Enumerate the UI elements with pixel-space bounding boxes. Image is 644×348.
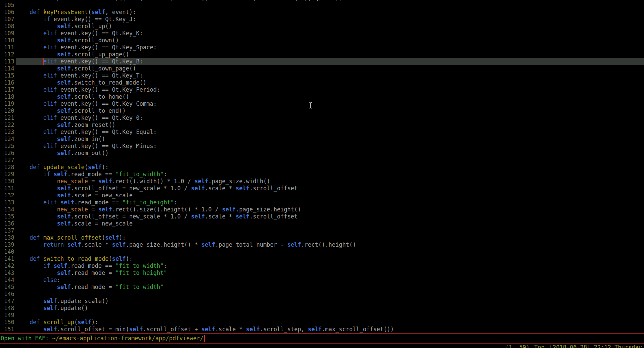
code-line-144[interactable]: 144 else: xyxy=(0,277,644,284)
code-line-116[interactable]: 116 self.switch_to_read_mode() xyxy=(0,79,644,86)
code-text: self.scroll_offset = min(self.scroll_off… xyxy=(16,326,644,333)
line-number: 132 xyxy=(0,192,16,199)
code-line-111[interactable]: 111 elif event.key() == Qt.Key_Space: xyxy=(0,44,644,51)
code-text: def scroll_up(self): xyxy=(16,319,644,326)
line-number: 113 xyxy=(0,58,16,65)
code-line-128[interactable]: 128 def update_scale(self): xyxy=(0,164,644,171)
code-text: elif event.key() == Qt.Key_Comma: xyxy=(16,100,644,107)
line-number: 136 xyxy=(0,220,16,227)
code-line-129[interactable]: 129 if self.read_mode == "fit_to_width": xyxy=(0,171,644,178)
code-line-118[interactable]: 118 self.scroll_to_home() xyxy=(0,93,644,100)
tray-buffer-position: Top xyxy=(534,344,545,348)
code-line-107[interactable]: 107 if event.key() == Qt.Key_J: xyxy=(0,16,644,23)
line-number: 118 xyxy=(0,93,16,100)
line-number: 109 xyxy=(0,30,16,37)
code-line-105[interactable]: 105 xyxy=(0,2,644,9)
code-line-126[interactable]: 126 self.zoom_out() xyxy=(0,150,644,157)
code-line-106[interactable]: 106 def keyPressEvent(self, event): xyxy=(0,9,644,16)
code-text: def switch_to_read_mode(self): xyxy=(16,255,644,262)
code-line-114[interactable]: 114 self.scroll_down_page() xyxy=(0,65,644,72)
code-line-141[interactable]: 141 def switch_to_read_mode(self): xyxy=(0,255,644,262)
code-line-131[interactable]: 131 self.scroll_offset = new_scale * 1.0… xyxy=(0,185,644,192)
code-text: self.update_scale() xyxy=(16,298,644,305)
text-cursor xyxy=(43,58,44,65)
code-line-110[interactable]: 110 self.scroll_down() xyxy=(0,37,644,44)
line-number: 117 xyxy=(0,86,16,93)
code-line-134[interactable]: 134 new_scale = self.rect().size().heigh… xyxy=(0,206,644,213)
code-line-123[interactable]: 123 elif event.key() == Qt.Key_Equal: xyxy=(0,129,644,136)
code-text: self.scroll_to_end() xyxy=(16,107,644,114)
code-line-117[interactable]: 117 elif event.key() == Qt.Key_Period: xyxy=(0,86,644,93)
line-number: 133 xyxy=(0,199,16,206)
code-line-115[interactable]: 115 elif event.key() == Qt.Key_T: xyxy=(0,72,644,79)
line-number: 128 xyxy=(0,164,16,171)
line-number: 145 xyxy=(0,284,16,291)
code-line-109[interactable]: 109 elif event.key() == Qt.Key_K: xyxy=(0,30,644,37)
code-line-125[interactable]: 125 elif event.key() == Qt.Key_Minus: xyxy=(0,143,644,150)
code-text xyxy=(16,2,644,9)
code-text: if self.read_mode == "fit_to_width": xyxy=(16,171,644,178)
code-text xyxy=(16,157,644,164)
code-text: self.switch_to_read_mode() xyxy=(16,79,644,86)
echo-area-separator xyxy=(0,343,644,344)
code-line-143[interactable]: 143 self.read_mode = "fit_to_height" xyxy=(0,269,644,277)
code-text: self.read_mode = "fit_to_width" xyxy=(16,284,644,291)
line-number: 144 xyxy=(0,277,16,284)
code-line-136[interactable]: 136 self.scale = new_scale xyxy=(0,220,644,227)
line-number: 112 xyxy=(0,51,16,58)
line-number: 123 xyxy=(0,129,16,136)
code-line-130[interactable]: 130 new_scale = self.rect().width() * 1.… xyxy=(0,178,644,185)
code-text: return self.scale * self.page_size.heigh… xyxy=(16,241,644,248)
code-text: self.zoom_reset() xyxy=(16,121,644,129)
code-line-151[interactable]: 151 self.scroll_offset = min(self.scroll… xyxy=(0,326,644,333)
code-text: self.scroll_down_page() xyxy=(16,65,644,72)
minibuffer[interactable]: Open with EAF: ~/emacs-application-frame… xyxy=(0,334,644,343)
code-text: self.scroll_up() xyxy=(16,23,644,30)
minibuffer-cursor xyxy=(204,335,205,342)
line-number: 127 xyxy=(0,157,16,164)
code-line-135[interactable]: 135 self.scroll_offset = new_scale * 1.0… xyxy=(0,213,644,220)
code-line-147[interactable]: 147 self.update_scale() xyxy=(0,298,644,305)
code-line-146[interactable]: 146 xyxy=(0,291,644,298)
minibuffer-input[interactable]: ~/emacs-application-framework/app/pdfvie… xyxy=(52,335,203,342)
code-line-120[interactable]: 120 self.scroll_to_end() xyxy=(0,107,644,114)
code-line-121[interactable]: 121 elif event.key() == Qt.Key_0: xyxy=(0,114,644,121)
code-text: self.zoom_in() xyxy=(16,136,644,143)
code-line-137[interactable]: 137 xyxy=(0,227,644,234)
line-number: 143 xyxy=(0,269,16,277)
code-line-122[interactable]: 122 self.zoom_reset() xyxy=(0,121,644,129)
code-line-140[interactable]: 140 xyxy=(0,248,644,255)
code-text: self.scale = new_scale xyxy=(16,220,644,227)
code-editor[interactable]: 104 painter.drawPixmap(QRect(render_x, r… xyxy=(0,0,644,333)
line-number: 134 xyxy=(0,206,16,213)
code-line-113[interactable]: 113 elif event.key() == Qt.Key_B: xyxy=(0,58,644,65)
line-number: 110 xyxy=(0,37,16,44)
code-line-108[interactable]: 108 self.scroll_up() xyxy=(0,23,644,30)
code-line-124[interactable]: 124 self.zoom_in() xyxy=(0,136,644,143)
tray-cursor-position: (1, 59) xyxy=(505,344,530,348)
code-line-132[interactable]: 132 self.scale = new_scale xyxy=(0,192,644,199)
code-text xyxy=(16,291,644,298)
code-line-133[interactable]: 133 elif self.read_mode == "fit_to_heigh… xyxy=(0,199,644,206)
code-line-127[interactable]: 127 xyxy=(0,157,644,164)
code-line-119[interactable]: 119 elif event.key() == Qt.Key_Comma: xyxy=(0,100,644,107)
line-number: 124 xyxy=(0,136,16,143)
code-line-139[interactable]: 139 return self.scale * self.page_size.h… xyxy=(0,241,644,248)
emacs-frame: 104 painter.drawPixmap(QRect(render_x, r… xyxy=(0,0,644,348)
line-number: 129 xyxy=(0,171,16,178)
line-number: 126 xyxy=(0,150,16,157)
code-line-142[interactable]: 142 if self.read_mode == "fit_to_width": xyxy=(0,262,644,269)
code-line-149[interactable]: 149 xyxy=(0,312,644,319)
code-line-145[interactable]: 145 self.read_mode = "fit_to_width" xyxy=(0,284,644,291)
tray-datetime: [2018-06-28] 22:12 Thursday xyxy=(549,344,642,348)
code-line-138[interactable]: 138 def max_scroll_offset(self): xyxy=(0,234,644,241)
line-number: 147 xyxy=(0,298,16,305)
line-number: 119 xyxy=(0,100,16,107)
line-number: 111 xyxy=(0,44,16,51)
line-number: 122 xyxy=(0,121,16,129)
code-line-148[interactable]: 148 self.update() xyxy=(0,305,644,312)
line-number: 151 xyxy=(0,326,16,333)
code-line-150[interactable]: 150 def scroll_up(self): xyxy=(0,319,644,326)
line-number: 142 xyxy=(0,262,16,269)
code-line-112[interactable]: 112 self.scroll_up_page() xyxy=(0,51,644,58)
